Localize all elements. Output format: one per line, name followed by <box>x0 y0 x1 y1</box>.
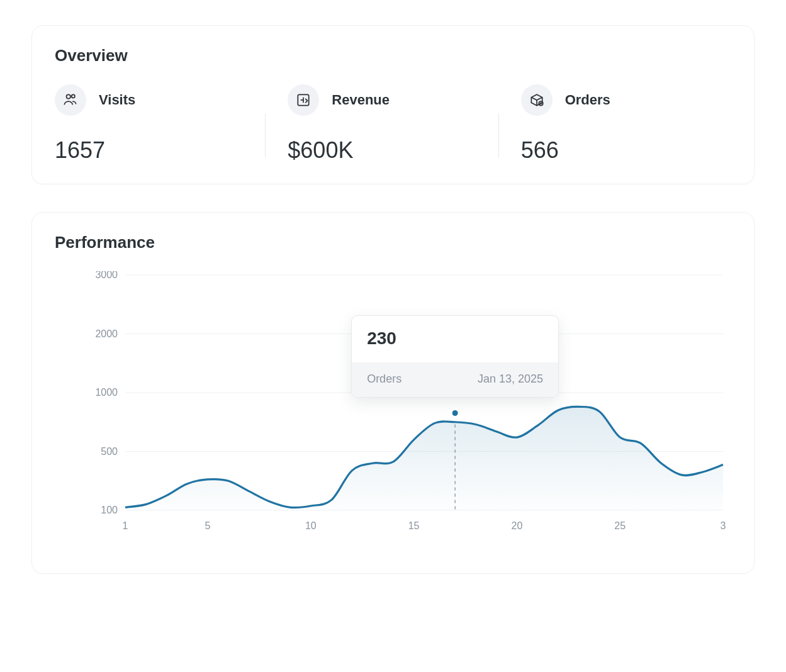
svg-text:3000: 3000 <box>95 271 118 280</box>
svg-text:25: 25 <box>614 520 626 531</box>
metric-orders: Orders 566 <box>498 84 731 164</box>
svg-text:15: 15 <box>408 520 420 531</box>
metric-revenue-label: Revenue <box>332 92 390 108</box>
tooltip-date: Jan 13, 2025 <box>478 372 543 386</box>
svg-text:1000: 1000 <box>95 387 118 398</box>
svg-text:500: 500 <box>101 446 118 457</box>
svg-text:1: 1 <box>123 520 128 531</box>
tooltip-value: 230 <box>352 316 558 362</box>
chart-svg: 10050010002000300015101520253 <box>94 271 729 535</box>
orders-icon <box>521 84 553 116</box>
svg-text:10: 10 <box>305 520 317 531</box>
performance-card: Performance 1005001000200030001510152025… <box>31 212 755 574</box>
metric-revenue-value: $600K <box>288 137 485 164</box>
metrics-row: Visits 1657 Revenue $600K Orders 566 <box>55 84 731 164</box>
metric-revenue: Revenue $600K <box>265 84 498 164</box>
svg-text:3: 3 <box>721 520 726 531</box>
metric-visits-label: Visits <box>99 92 135 108</box>
metric-orders-value: 566 <box>521 137 719 164</box>
performance-chart[interactable]: 10050010002000300015101520253 230 Orders… <box>55 271 731 561</box>
tooltip-series-label: Orders <box>367 372 401 386</box>
revenue-icon <box>288 84 319 116</box>
metric-visits: Visits 1657 <box>55 84 265 164</box>
overview-title: Overview <box>55 46 731 65</box>
svg-text:5: 5 <box>205 520 211 531</box>
svg-point-1 <box>72 94 75 98</box>
metric-visits-value: 1657 <box>55 137 252 164</box>
svg-point-0 <box>67 94 71 99</box>
svg-text:2000: 2000 <box>95 328 118 339</box>
svg-text:100: 100 <box>101 505 118 515</box>
overview-card: Overview Visits 1657 Revenue $600K <box>31 25 755 184</box>
svg-point-23 <box>452 410 458 416</box>
metric-orders-label: Orders <box>565 92 610 108</box>
svg-text:20: 20 <box>512 520 523 531</box>
chart-tooltip: 230 Orders Jan 13, 2025 <box>351 315 559 398</box>
visits-icon <box>55 84 86 116</box>
performance-title: Performance <box>55 233 731 252</box>
